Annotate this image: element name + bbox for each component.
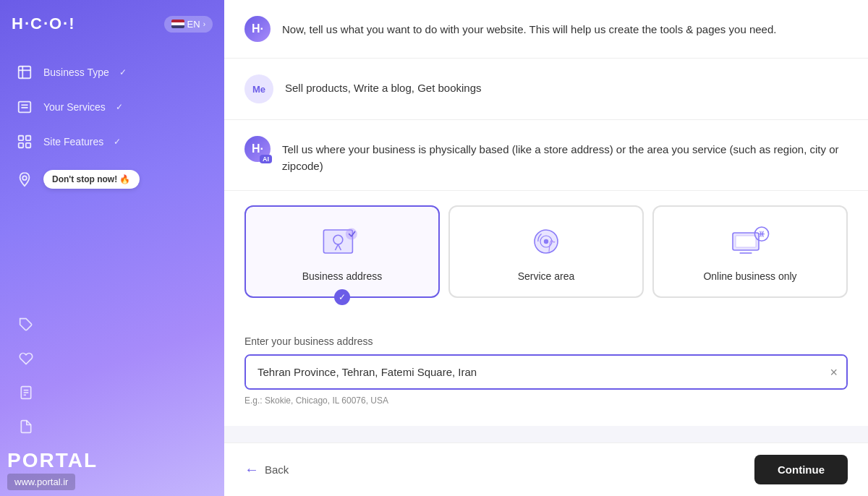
step-business-type-check: ✓ xyxy=(119,67,127,77)
avatar-h-2: H· AI xyxy=(244,136,271,162)
step-your-services[interactable]: Your Services ✓ xyxy=(14,97,210,117)
message-text-1: Now, tell us what you want to do with yo… xyxy=(282,16,776,38)
message-row-1: H· Now, tell us what you want to do with… xyxy=(244,16,848,42)
svg-point-18 xyxy=(346,228,357,240)
heart-icon[interactable] xyxy=(19,351,224,369)
logo: H·C·O·! xyxy=(12,14,76,33)
address-hint: E.g.: Skokie, Chicago, IL 60076, USA xyxy=(244,395,848,406)
location-options-section: Business address Service area xyxy=(224,191,868,335)
flag-icon xyxy=(171,20,184,28)
address-input-wrapper: × xyxy=(244,354,848,390)
online-business-icon xyxy=(727,221,773,262)
continue-label: Continue xyxy=(778,463,825,476)
lang-label: EN xyxy=(187,19,200,30)
svg-rect-23 xyxy=(736,236,756,247)
step-site-features[interactable]: Site Features ✓ xyxy=(14,132,210,152)
building-icon xyxy=(14,62,35,82)
svg-rect-8 xyxy=(19,143,23,147)
back-button[interactable]: ← Back xyxy=(244,461,289,478)
address-input[interactable] xyxy=(246,356,846,388)
address-clear-button[interactable]: × xyxy=(830,364,838,380)
step-your-services-check: ✓ xyxy=(116,102,123,112)
step-business-type[interactable]: Business Type ✓ xyxy=(14,62,210,82)
avatar-wrapper-ai: H· AI xyxy=(244,136,271,162)
portal-url: www.portal.ir xyxy=(7,474,75,490)
svg-rect-6 xyxy=(19,136,23,140)
address-label: Enter your business address xyxy=(244,335,848,347)
avatar-me: Me xyxy=(244,74,273,103)
dont-stop-badge: Don't stop now! 🔥 xyxy=(43,170,140,189)
main-content: H· Now, tell us what you want to do with… xyxy=(224,0,868,496)
service-area-icon xyxy=(523,221,569,262)
back-label: Back xyxy=(265,463,289,476)
sidebar-icons-row xyxy=(0,317,224,437)
location-options-grid: Business address Service area xyxy=(244,205,848,298)
option-business-address-label: Business address xyxy=(302,270,383,282)
message-row-3: H· AI Tell us where your business is phy… xyxy=(244,136,848,174)
option-service-area[interactable]: Service area xyxy=(448,205,644,298)
grid-icon xyxy=(14,132,35,152)
step-your-services-label: Your Services xyxy=(43,101,106,113)
location-pin-icon xyxy=(14,169,35,189)
steps-container: Business Type ✓ Your Services ✓ Site Fea… xyxy=(0,40,224,310)
svg-rect-0 xyxy=(19,67,31,79)
step-site-features-label: Site Features xyxy=(43,136,103,147)
step-business-type-label: Business Type xyxy=(43,67,109,78)
continue-button[interactable]: Continue xyxy=(754,455,848,484)
message-row-2: Me Sell products, Write a blog, Get book… xyxy=(244,74,848,103)
step-location[interactable]: Don't stop now! 🔥 xyxy=(14,169,210,189)
ai-badge: AI xyxy=(260,155,272,163)
sidebar-header: H·C·O·! EN › xyxy=(0,0,224,40)
sidebar: H·C·O·! EN › Business Type ✓ Your Servi xyxy=(0,0,224,496)
option-business-address[interactable]: Business address xyxy=(244,205,440,298)
message-block-3: H· AI Tell us where your business is phy… xyxy=(224,120,868,191)
business-address-icon xyxy=(319,221,365,262)
language-selector[interactable]: EN › xyxy=(164,16,213,33)
svg-rect-9 xyxy=(26,143,30,147)
chevron-right-icon: › xyxy=(203,20,205,28)
message-text-3: Tell us where your business is physicall… xyxy=(282,136,848,174)
avatar-h-1: H· xyxy=(244,16,271,42)
message-block-2: Me Sell products, Write a blog, Get book… xyxy=(224,59,868,120)
svg-point-21 xyxy=(544,239,548,244)
tag-icon[interactable] xyxy=(19,317,224,335)
portal-brand: PORTAL www.portal.ir xyxy=(0,437,224,496)
back-arrow-icon: ← xyxy=(244,461,259,478)
file-icon[interactable] xyxy=(19,419,224,437)
list-icon xyxy=(14,97,35,117)
option-service-area-label: Service area xyxy=(518,270,575,282)
step-site-features-check: ✓ xyxy=(114,137,121,147)
option-online-only[interactable]: Online business only xyxy=(652,205,848,298)
message-block-1: H· Now, tell us what you want to do with… xyxy=(224,0,868,59)
svg-rect-7 xyxy=(26,136,30,140)
content-area: H· Now, tell us what you want to do with… xyxy=(224,0,868,496)
document-icon[interactable] xyxy=(19,385,224,403)
bottom-bar: ← Back Continue xyxy=(224,442,868,496)
portal-title: PORTAL xyxy=(7,449,213,472)
address-section: Enter your business address × E.g.: Skok… xyxy=(224,335,868,426)
option-online-only-label: Online business only xyxy=(703,270,796,282)
message-text-2: Sell products, Write a blog, Get booking… xyxy=(285,74,482,97)
logo-text: H·C·O·! xyxy=(12,14,76,33)
svg-point-10 xyxy=(22,176,27,180)
